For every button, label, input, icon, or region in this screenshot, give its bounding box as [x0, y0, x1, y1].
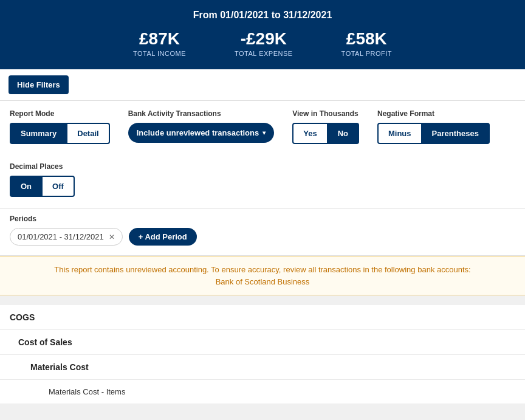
warning-line2: Bank of Scotland Business: [12, 276, 513, 288]
view-in-thousands-group: View in Thousands Yes No: [292, 109, 359, 144]
period-chip-close-icon[interactable]: ✕: [109, 233, 115, 241]
period-chip: 01/01/2021 - 31/12/2021 ✕: [10, 228, 123, 246]
materials-cost-label: Materials Cost: [30, 362, 89, 372]
report-mode-label: Report Mode: [10, 109, 110, 118]
report-mode-group: Report Mode Summary Detail: [10, 109, 110, 144]
bank-activity-dropdown[interactable]: Include unreviewed transactions ▾: [128, 123, 275, 143]
header: From 01/01/2021 to 31/12/2021 £87K TOTAL…: [0, 0, 525, 69]
table-row-cost-of-sales: Cost of Sales: [0, 330, 525, 355]
chevron-down-icon: ▾: [262, 129, 266, 136]
warning-line1: This report contains unreviewed accounti…: [12, 264, 513, 276]
hide-filters-button[interactable]: Hide Filters: [9, 75, 69, 94]
negative-format-toggle: Minus Parentheses: [377, 123, 490, 144]
total-expense-label: TOTAL EXPENSE: [235, 50, 293, 57]
periods-row: 01/01/2021 - 31/12/2021 ✕ + Add Period: [10, 228, 515, 246]
periods-label: Periods: [10, 215, 515, 223]
bank-activity-dropdown-label: Include unreviewed transactions: [137, 128, 259, 137]
report-mode-toggle: Summary Detail: [10, 123, 110, 144]
negative-format-label: Negative Format: [377, 109, 490, 118]
warning-banner: This report contains unreviewed accounti…: [0, 256, 525, 295]
cost-of-sales-label: Cost of Sales: [18, 337, 72, 347]
total-income-value: £87K: [133, 29, 186, 49]
total-profit-value: £58K: [341, 29, 392, 49]
decimal-places-on-button[interactable]: On: [10, 176, 43, 197]
filters-section: Report Mode Summary Detail Bank Activity…: [0, 101, 525, 208]
report-mode-detail-button[interactable]: Detail: [67, 123, 109, 144]
decimal-places-label: Decimal Places: [10, 162, 75, 171]
view-in-thousands-toggle: Yes No: [292, 123, 359, 144]
total-income-label: TOTAL INCOME: [133, 50, 186, 57]
cogs-label: COGS: [10, 312, 35, 322]
table-row-materials-cost-items: Materials Cost - Items: [0, 380, 525, 404]
period-chip-value: 01/01/2021 - 31/12/2021: [18, 232, 104, 241]
spacer: [0, 295, 525, 301]
total-expense-value: -£29K: [235, 29, 293, 49]
negative-format-minus-button[interactable]: Minus: [377, 123, 422, 144]
bank-activity-group: Bank Activity Transactions Include unrev…: [128, 109, 275, 143]
view-in-thousands-yes-button[interactable]: Yes: [292, 123, 328, 144]
view-in-thousands-no-button[interactable]: No: [328, 123, 359, 144]
table-row-cogs: COGS: [0, 305, 525, 330]
total-profit-stat: £58K TOTAL PROFIT: [341, 29, 392, 57]
view-in-thousands-label: View in Thousands: [292, 109, 359, 118]
filter-row: Report Mode Summary Detail Bank Activity…: [10, 109, 515, 197]
negative-format-parentheses-button[interactable]: Parentheses: [422, 123, 490, 144]
decimal-places-group: Decimal Places On Off: [10, 162, 75, 197]
total-income-stat: £87K TOTAL INCOME: [133, 29, 186, 57]
filter-bar: Hide Filters: [0, 69, 525, 101]
materials-cost-items-label: Materials Cost - Items: [49, 387, 125, 396]
table-section: COGS Cost of Sales Materials Cost Materi…: [0, 305, 525, 404]
bank-activity-label: Bank Activity Transactions: [128, 109, 275, 118]
report-mode-summary-button[interactable]: Summary: [10, 123, 67, 144]
total-expense-stat: -£29K TOTAL EXPENSE: [235, 29, 293, 57]
date-range: From 01/01/2021 to 31/12/2021: [12, 10, 513, 21]
stats: £87K TOTAL INCOME -£29K TOTAL EXPENSE £5…: [12, 29, 513, 57]
decimal-places-off-button[interactable]: Off: [43, 176, 75, 197]
periods-section: Periods 01/01/2021 - 31/12/2021 ✕ + Add …: [0, 208, 525, 256]
add-period-button[interactable]: + Add Period: [129, 228, 197, 246]
table-row-materials-cost: Materials Cost: [0, 355, 525, 380]
decimal-places-toggle: On Off: [10, 176, 75, 197]
total-profit-label: TOTAL PROFIT: [341, 50, 392, 57]
negative-format-group: Negative Format Minus Parentheses: [377, 109, 490, 144]
